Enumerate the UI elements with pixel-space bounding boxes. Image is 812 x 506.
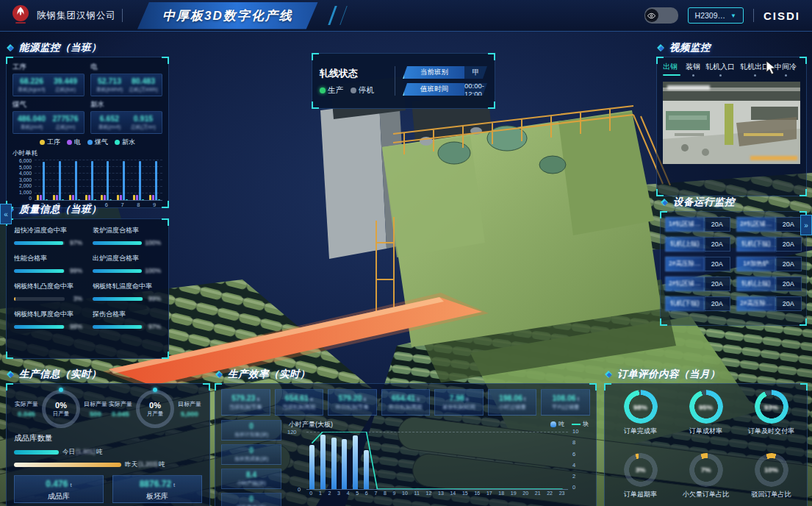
stat-label: 小时产能(块) (237, 480, 266, 487)
diamond-icon (604, 370, 613, 379)
dashboard: 陕钢集团汉钢公司 中厚板3D数字化产线 H2309… ▼ CISDI (0, 0, 812, 506)
gauge-label: 订单完成率 (624, 427, 657, 436)
axis-label: 小时单耗 (12, 149, 162, 158)
quality-percent: 97% (146, 323, 161, 330)
gauge-ring: 93% (755, 390, 788, 424)
line-series (306, 432, 568, 489)
y-tick: 5,000 (12, 165, 32, 171)
energy-group: 新水6.652单耗(m³/t)0.915总耗(万m³) (90, 99, 162, 134)
legend-label: 煤气 (95, 138, 108, 147)
equipment-name: 轧机(下辊) (736, 237, 776, 252)
y-tick: 2 (572, 474, 578, 480)
production-gauge: 实际产量0.0450%日产量目标产量500 (14, 390, 108, 428)
decor-slash (328, 6, 337, 25)
box-value: 8876.72 (140, 479, 171, 489)
divider (753, 9, 754, 22)
collapse-right-button[interactable]: » (800, 215, 812, 235)
bar (43, 162, 45, 200)
video-tab[interactable]: 装钢 (686, 62, 700, 76)
bar (37, 195, 39, 200)
energy-metric: 39.449总耗(tce) (48, 76, 82, 93)
energy-bar-chart: 6,0005,0004,0003,0002,0001,0000 23456789 (12, 159, 162, 207)
line-selector[interactable]: H2309… ▼ (688, 7, 744, 24)
energy-value: 80.483 (126, 76, 160, 85)
video-tab[interactable]: 出钢 (663, 62, 680, 76)
bar (62, 199, 64, 200)
chart-legend: 吨块 (550, 420, 589, 428)
bar (158, 199, 160, 200)
stat-label: 当班计划量(块) (234, 431, 269, 438)
energy-group-name: 工序 (12, 63, 85, 72)
bar (126, 199, 128, 200)
video-tab[interactable]: 轧机出口 (740, 62, 769, 76)
divider (122, 9, 123, 22)
gauge-label: 订单成材率 (689, 427, 722, 436)
inventory-fill (14, 463, 121, 467)
order-gauges: 98%订单完成率95%订单成材率93%订单及时交付率3%订单超期率7%小欠量订单… (609, 390, 802, 506)
progress-fill (93, 297, 143, 301)
stat-label: 小时过钢量 (498, 404, 526, 411)
legend-label: 新水 (122, 138, 135, 147)
quality-percent: 98% (68, 323, 82, 330)
efficiency-stat: 579.20s昨日轧制节奏 (328, 389, 377, 416)
corner-accent (660, 211, 667, 218)
video-tab[interactable]: 轧机入口 (705, 62, 735, 76)
equipment-cell: 轧机(下辊)20A (736, 237, 802, 252)
corner-accent (800, 318, 807, 326)
x-tick: 15 (462, 491, 468, 496)
quality-bar-row: 100% (93, 239, 161, 246)
equipment-name: 1#轧区辅… (665, 217, 705, 232)
corner-accent (162, 218, 169, 226)
y-tick: 8 (572, 440, 578, 446)
energy-group-values: 52.713单耗(kWh/t)80.483总耗(万kWh) (90, 74, 162, 96)
quality-label: 钢板终轧凸度命中率 (14, 282, 82, 291)
x-tick: 7 (374, 491, 377, 496)
x-tick: 8 (384, 491, 387, 496)
gauge-sublabel: 日产量 (53, 410, 70, 418)
legend-item: 工序 (40, 138, 60, 147)
panel-title: 轧线状态 (320, 67, 387, 80)
order-gauge: 98%订单完成率 (609, 390, 672, 447)
progress-track (93, 269, 142, 273)
bar (85, 195, 87, 200)
video-tab[interactable]: 中间冷 (775, 62, 797, 76)
gauge-percent: 0% (55, 401, 67, 410)
gridline (35, 166, 162, 167)
x-tick: 16 (474, 491, 480, 496)
efficiency-stats: 579.23s当班轧制节奏654.61s当班轧制周期579.20s昨日轧制节奏6… (221, 389, 590, 416)
corner-accent (203, 383, 210, 391)
page-title: 中厚板3D数字化产线 (162, 9, 293, 23)
inventory-label-num: (1,801) (76, 448, 96, 457)
inventory-label-prefix: 昨天 (125, 460, 137, 469)
corner-accent (6, 352, 13, 359)
visibility-toggle[interactable] (644, 7, 678, 24)
equipment-value: 20A (776, 296, 802, 311)
x-tick: 17 (486, 491, 492, 496)
equipment-value: 20A (705, 296, 730, 311)
quality-percent: 100% (145, 239, 161, 246)
production-gauge: 实际产量0.0450%月产量目标产量5,000 (108, 390, 202, 428)
stat-value-row: 579.23s (231, 393, 259, 402)
corner-accent (656, 57, 664, 64)
gauge-ring: 0%月产量 (136, 390, 174, 428)
stat-value: 579.23 (231, 393, 255, 402)
gauge-sublabel: 月产量 (147, 410, 164, 418)
collapse-left-button[interactable]: « (0, 204, 12, 224)
stat-unit: s (466, 396, 469, 402)
bar (88, 195, 90, 200)
stat-label: 目标产量 (177, 400, 202, 408)
progress-track (14, 297, 65, 301)
progress-track (93, 241, 142, 245)
y-tick: 0 (572, 485, 578, 491)
stat-label: 单块轧制时间 (442, 404, 475, 411)
panel-production-efficiency: 生产效率（实时） 579.23s当班轧制节奏654.61s当班轧制周期579.2… (215, 368, 597, 506)
inventory-label-prefix: 今日 (62, 448, 75, 457)
energy-group-name: 新水 (90, 100, 162, 110)
progress-fill (93, 325, 142, 329)
plot-area (306, 432, 568, 490)
inventory-box: 0.476t成品库 (14, 475, 104, 503)
x-tick: 22 (547, 491, 553, 496)
video-feed[interactable] (663, 82, 800, 164)
x-tick: 10 (402, 491, 408, 496)
box-label: 成品库 (48, 491, 70, 502)
